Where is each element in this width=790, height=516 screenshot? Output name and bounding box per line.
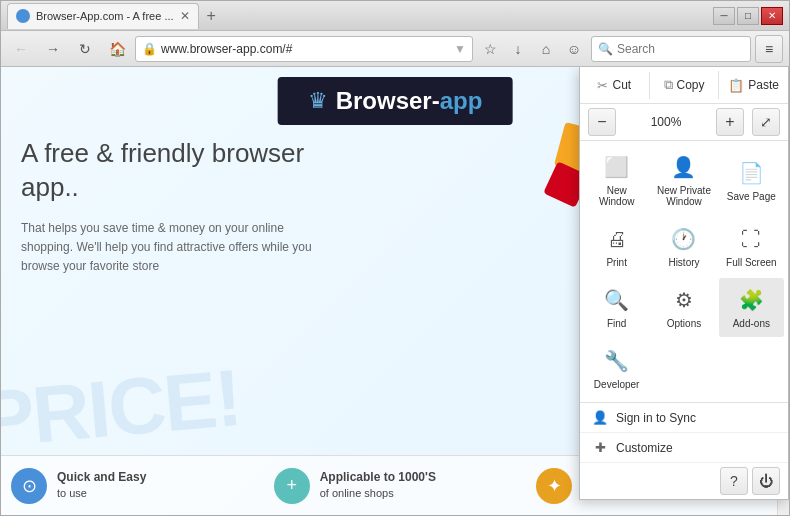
- menu-new-window[interactable]: ⬜ New Window: [584, 145, 649, 215]
- paste-button[interactable]: 📋 Paste: [719, 72, 788, 99]
- history-label: History: [668, 257, 699, 268]
- new-tab-button[interactable]: +: [203, 7, 220, 25]
- logo-text: Browser-app: [336, 87, 483, 115]
- logo-area: ♛ Browser-app: [278, 77, 513, 125]
- quick-easy-icon: ⊙: [11, 468, 47, 504]
- menu-developer[interactable]: 🔧 Developer: [584, 339, 649, 398]
- developer-icon: 🔧: [601, 347, 633, 375]
- main-text-area: A free & friendly browser app.. That hel…: [21, 137, 321, 276]
- copy-label: Copy: [677, 78, 705, 92]
- tab-favicon: [16, 9, 30, 23]
- cut-icon: ✂: [597, 78, 608, 93]
- reload-button[interactable]: ↻: [71, 35, 99, 63]
- copy-icon: ⧉: [664, 77, 673, 93]
- sign-in-icon: 👤: [592, 410, 608, 425]
- toolbar-action-icons: ☆ ↓ ⌂ ☺: [477, 36, 587, 62]
- full-screen-label: Full Screen: [726, 257, 777, 268]
- window-controls: ─ □ ✕: [713, 7, 783, 25]
- minimize-button[interactable]: ─: [713, 7, 735, 25]
- customize-icon: ✚: [592, 440, 608, 455]
- cut-button[interactable]: ✂ Cut: [580, 72, 650, 99]
- menu-find[interactable]: 🔍 Find: [584, 278, 649, 337]
- menu-new-private-window[interactable]: 👤 New Private Window: [651, 145, 716, 215]
- tab-close-button[interactable]: ✕: [180, 9, 190, 23]
- full-screen-icon: ⛶: [735, 225, 767, 253]
- home-button[interactable]: 🏠: [103, 35, 131, 63]
- new-window-label: New Window: [588, 185, 645, 207]
- help-button[interactable]: ?: [720, 467, 748, 495]
- tab-title: Browser-App.com - A free ...: [36, 10, 174, 22]
- add-ons-label: Add-ons: [733, 318, 770, 329]
- applicable-title: Applicable to 1000'S: [320, 469, 436, 486]
- zoom-row: − 100% + ⤢: [580, 104, 788, 141]
- account-button[interactable]: ☺: [561, 36, 587, 62]
- zoom-in-button[interactable]: +: [716, 108, 744, 136]
- page-description: That helps you save time & money on your…: [21, 219, 321, 277]
- find-label: Find: [607, 318, 626, 329]
- download-button[interactable]: ↓: [505, 36, 531, 62]
- logo-crown-icon: ♛: [308, 88, 328, 114]
- find-icon: 🔍: [601, 286, 633, 314]
- back-button[interactable]: ←: [7, 35, 35, 63]
- customize-label: Customize: [616, 441, 673, 455]
- new-private-window-icon: 👤: [668, 153, 700, 181]
- paste-icon: 📋: [728, 78, 744, 93]
- feature-quick-easy: ⊙ Quick and Easy to use: [1, 456, 264, 515]
- power-button[interactable]: ⏻: [752, 467, 780, 495]
- cut-label: Cut: [612, 78, 631, 92]
- new-private-window-label: New Private Window: [655, 185, 712, 207]
- quick-easy-text: Quick and Easy to use: [57, 469, 146, 501]
- fullscreen-zoom-button[interactable]: ⤢: [752, 108, 780, 136]
- developer-label: Developer: [594, 379, 640, 390]
- search-icon: 🔍: [598, 42, 613, 56]
- menu-full-screen[interactable]: ⛶ Full Screen: [719, 217, 784, 276]
- applicable-subtitle: of online shops: [320, 486, 436, 501]
- compatible-icon: ✦: [536, 468, 572, 504]
- home2-button[interactable]: ⌂: [533, 36, 559, 62]
- close-button[interactable]: ✕: [761, 7, 783, 25]
- save-page-icon: 📄: [735, 159, 767, 187]
- address-bar-container: 🔒 ▼: [135, 36, 473, 62]
- save-page-label: Save Page: [727, 191, 776, 202]
- zoom-out-button[interactable]: −: [588, 108, 616, 136]
- ssl-icon: 🔒: [142, 42, 157, 56]
- print-label: Print: [606, 257, 627, 268]
- menu-footer: ? ⏻: [580, 463, 788, 499]
- logo-browser-text: Browser-: [336, 87, 440, 114]
- menu-grid: ⬜ New Window 👤 New Private Window 📄 Save…: [580, 141, 788, 403]
- add-ons-icon: 🧩: [735, 286, 767, 314]
- copy-button[interactable]: ⧉ Copy: [650, 71, 720, 99]
- menu-options[interactable]: ⚙ Options: [651, 278, 716, 337]
- menu-add-ons[interactable]: 🧩 Add-ons: [719, 278, 784, 337]
- browser-window: Browser-App.com - A free ... ✕ + ─ □ ✕ ←…: [0, 0, 790, 516]
- browser-tab[interactable]: Browser-App.com - A free ... ✕: [7, 3, 199, 29]
- menu-panel: ✂ Cut ⧉ Copy 📋 Paste − 100% + ⤢: [579, 67, 789, 500]
- menu-button[interactable]: ≡: [755, 35, 783, 63]
- options-icon: ⚙: [668, 286, 700, 314]
- feature-applicable: + Applicable to 1000'S of online shops: [264, 456, 527, 515]
- search-input[interactable]: [617, 42, 737, 56]
- zoom-value: 100%: [624, 115, 708, 129]
- search-box: 🔍: [591, 36, 751, 62]
- sign-in-label: Sign in to Sync: [616, 411, 696, 425]
- browser-toolbar: ← → ↻ 🏠 🔒 ▼ ☆ ↓ ⌂ ☺ 🔍 ≡: [1, 31, 789, 67]
- applicable-text: Applicable to 1000'S of online shops: [320, 469, 436, 501]
- options-label: Options: [667, 318, 701, 329]
- print-icon: 🖨: [601, 225, 633, 253]
- forward-button[interactable]: →: [39, 35, 67, 63]
- menu-customize[interactable]: ✚ Customize: [580, 433, 788, 463]
- menu-print[interactable]: 🖨 Print: [584, 217, 649, 276]
- menu-sign-in[interactable]: 👤 Sign in to Sync: [580, 403, 788, 433]
- history-icon: 🕐: [668, 225, 700, 253]
- quick-easy-title: Quick and Easy: [57, 469, 146, 486]
- quick-easy-subtitle: to use: [57, 486, 146, 501]
- menu-history[interactable]: 🕐 History: [651, 217, 716, 276]
- menu-save-page[interactable]: 📄 Save Page: [719, 145, 784, 215]
- page-headline: A free & friendly browser app..: [21, 137, 321, 205]
- maximize-button[interactable]: □: [737, 7, 759, 25]
- paste-label: Paste: [748, 78, 779, 92]
- new-window-icon: ⬜: [601, 153, 633, 181]
- applicable-icon: +: [274, 468, 310, 504]
- address-bar[interactable]: [161, 42, 450, 56]
- bookmark-button[interactable]: ☆: [477, 36, 503, 62]
